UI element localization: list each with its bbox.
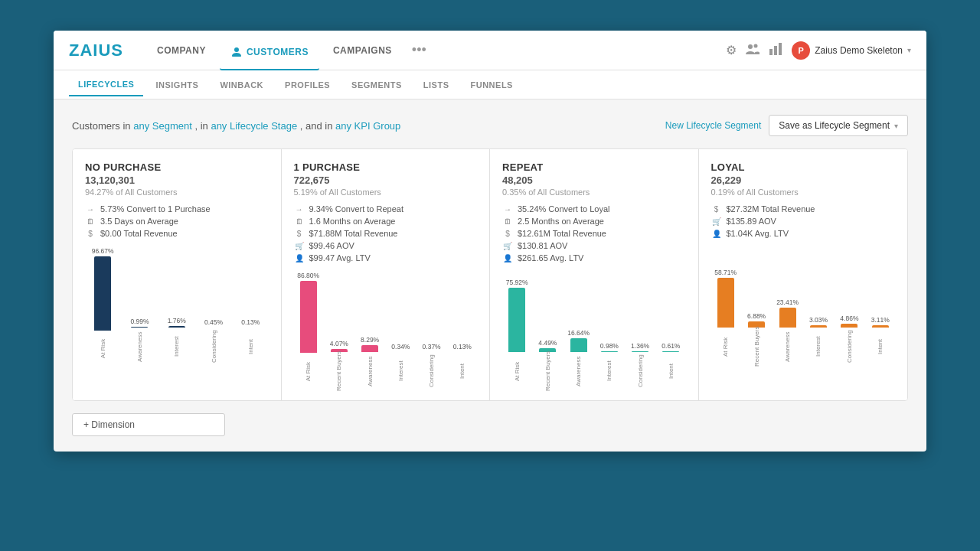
nav-item-company[interactable]: COMPANY [146,41,217,60]
bar-rect [94,256,111,331]
svg-rect-3 [774,46,777,55]
app-window: ZAIUS COMPANY CUSTOMERS CAMPAIGNS ••• ⚙ [54,31,926,452]
chart-icon[interactable] [769,42,782,58]
card-stat: 🗓 3.5 Days on Average [85,217,269,226]
card-percent: 5.19% of All Customers [294,187,478,197]
bar-value: 86.80% [297,272,319,279]
bar-col-considering: 1.36% Considering [626,272,655,388]
outer-background: ZAIUS COMPANY CUSTOMERS CAMPAIGNS ••• ⚙ [0,0,980,551]
subnav-segments[interactable]: SEGMENTS [342,74,411,96]
bar-name: Recent Buyers [544,354,551,388]
subnav-lists[interactable]: LISTS [414,74,459,96]
lifecycle-card-loyal: LOYAL 26,229 0.19% of All Customers $ $2… [699,149,908,400]
bar-col-at-risk: 75.92% At Risk [502,272,531,388]
person-icon: 👤 [294,254,305,262]
save-as-lifecycle-segment-button[interactable]: Save as Lifecycle Segment ▾ [769,115,908,136]
chart-container: 96.67% At Risk 0.99% Awareness 1.76% Int… [85,241,269,364]
bar-name: Awareness [367,354,374,388]
bar-rect [717,278,734,328]
stat-text: $130.81 AOV [518,241,567,250]
user-name: Zaius Demo Skeleton [815,45,903,56]
card-count: 722,675 [294,174,478,186]
users-icon[interactable] [746,42,760,58]
bar-rect [601,351,618,352]
bar-col-at-risk: 96.67% At Risk [85,247,120,364]
bar-value: 58.71% [714,269,737,276]
stat-text: $261.65 Avg. LTV [518,253,583,262]
lifecycle-card-one-purchase: 1 PURCHASE 722,675 5.19% of All Customer… [282,149,491,400]
user-chevron-icon[interactable]: ▾ [907,46,911,54]
bar-rect [662,351,679,352]
dollar-icon: $ [502,230,513,238]
user-avatar: P [792,41,810,60]
dollar-icon: $ [85,230,96,238]
bar-name: Considering [428,354,435,388]
kpi-link[interactable]: any KPI Group [335,120,400,132]
stat-text: $0.00 Total Revenue [100,229,178,238]
nav-item-customers[interactable]: CUSTOMERS [220,31,319,70]
bar-value: 0.61% [662,342,680,350]
stat-text: 9.34% Convert to Repeat [309,204,404,214]
subnav-funnels[interactable]: FUNNELS [462,74,522,96]
subnav-lifecycles[interactable]: LIFECYCLES [69,73,143,96]
dimension-button[interactable]: + Dimension [72,413,225,436]
svg-point-1 [754,44,758,48]
save-dropdown-arrow-icon: ▾ [894,122,898,130]
bar-value: 8.29% [361,336,379,344]
card-stat: → 9.34% Convert to Repeat [294,204,478,214]
svg-point-0 [748,44,753,49]
top-nav: ZAIUS COMPANY CUSTOMERS CAMPAIGNS ••• ⚙ [54,31,926,70]
stat-text: 3.5 Days on Average [100,217,178,226]
bar-value: 0.45% [204,318,223,326]
bar-name: Intent [668,354,675,388]
bar-name: Recent Buyers [335,354,342,388]
svg-rect-4 [779,43,782,55]
cart-icon: 🛒 [294,242,305,250]
bar-col-intent: 0.13% Intent [448,272,477,388]
filter-actions: New Lifecycle Segment Save as Lifecycle … [665,115,908,136]
nav-right: ⚙ P Zaius Demo Skeleton ▾ [726,41,911,60]
bar-value: 0.13% [241,318,260,326]
svg-rect-2 [769,49,773,55]
bar-rect [810,325,827,328]
card-percent: 0.35% of All Customers [502,187,686,197]
stat-text: $12.61M Total Revenue [518,229,606,238]
subnav-profiles[interactable]: PROFILES [276,74,339,96]
bar-name: Interest [815,330,822,364]
subnav-winback[interactable]: WINBACK [211,74,273,96]
new-lifecycle-segment-button[interactable]: New Lifecycle Segment [665,120,761,131]
nav-item-campaigns[interactable]: CAMPAIGNS [322,41,403,60]
bar-col-recent-buyers: 6.88% Recent Buyers [742,247,771,364]
user-info: P Zaius Demo Skeleton ▾ [792,41,911,60]
stat-text: $27.32M Total Revenue [727,204,815,214]
card-percent: 94.27% of All Customers [85,187,269,197]
bar-name: Interest [606,354,612,388]
bar-name: Considering [846,330,853,364]
bar-col-interest: 0.34% Interest [386,272,415,388]
bar-name: Recent Buyers [753,330,760,364]
bar-value: 4.07% [330,340,348,347]
bar-col-recent-buyers: 4.49% Recent Buyers [533,272,562,388]
bar-name: Awareness [136,330,143,364]
bar-rect [361,345,378,352]
subnav-insights[interactable]: INSIGHTS [146,74,207,96]
filter-and: , and in [300,120,333,132]
card-stat: 🛒 $99.46 AOV [294,241,478,250]
card-stat: $ $27.32M Total Revenue [711,204,896,214]
bar-col-awareness: 8.29% Awareness [355,272,384,388]
bar-value: 23.41% [776,298,799,306]
person-icon: 👤 [502,254,513,262]
stat-text: $135.89 AOV [727,217,776,226]
gear-icon[interactable]: ⚙ [726,43,737,57]
bar-name: Intent [459,354,466,388]
chart-container: 86.80% At Risk 4.07% Recent Buyers 8.29%… [294,266,478,388]
bar-value: 1.36% [631,342,649,350]
nav-more-dots[interactable]: ••• [406,42,433,58]
bar-value: 96.67% [92,247,114,255]
bar-value: 75.92% [506,279,528,286]
stat-text: $1.04K Avg. LTV [727,229,789,238]
card-stat: → 5.73% Convert to 1 Purchase [85,204,269,214]
lifecycle-cards: NO PURCHASE 13,120,301 94.27% of All Cus… [72,148,908,401]
stage-link[interactable]: any Lifecycle Stage [211,120,297,132]
segment-link[interactable]: any Segment [133,120,192,132]
